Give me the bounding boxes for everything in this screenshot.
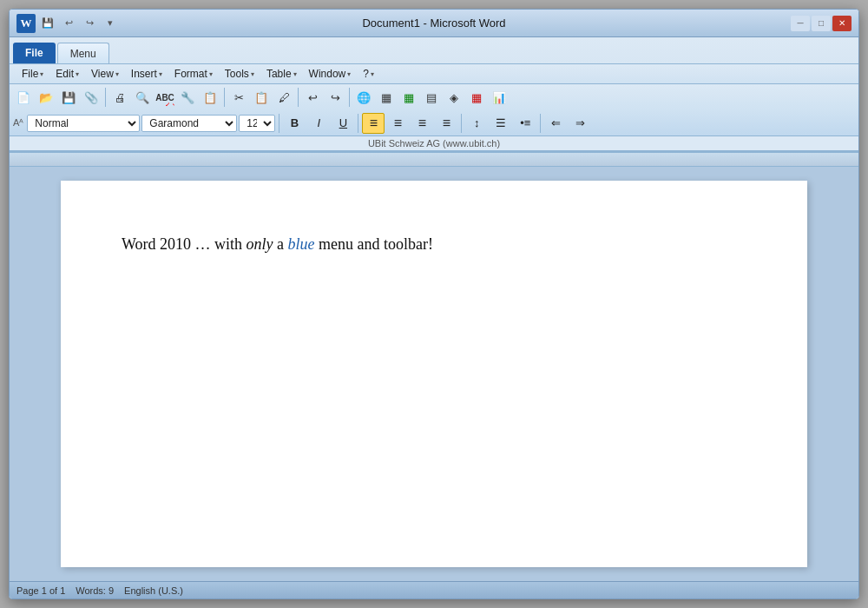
menu-window-arrow: ▾ <box>347 70 351 78</box>
format-separator-1 <box>279 114 279 133</box>
qat-redo-button[interactable]: ↪ <box>81 15 98 32</box>
toolbar-separator-3 <box>298 88 299 107</box>
status-page: Page 1 of 1 <box>16 585 65 596</box>
menu-tools[interactable]: Tools ▾ <box>220 66 260 82</box>
menu-view[interactable]: View ▾ <box>86 66 124 82</box>
attribution-text: UBit Schweiz AG (www.ubit.ch) <box>368 138 500 149</box>
word-window: W 💾 ↩ ↪ ▾ Document1 - Microsoft Word ─ □… <box>9 9 859 599</box>
toolbar-separator-2 <box>224 88 225 107</box>
ribbon: File Menu File ▾ Edit ▾ View ▾ Insert ▾ … <box>10 37 858 153</box>
window-controls: ─ □ ✕ <box>791 16 852 31</box>
tb-new-button[interactable]: 📄 <box>13 87 34 108</box>
tb-attach-button[interactable]: 📎 <box>81 87 102 108</box>
toolbar-row-1: 📄 📂 💾 📎 🖨 🔍 ABC 🔧 📋 ✂ 📋 🖊 ↩ ↪ 🌐 ▦ ▦ ▤ ◈ … <box>10 84 858 110</box>
close-button[interactable]: ✕ <box>832 16 852 31</box>
tb-open-button[interactable]: 📂 <box>36 87 56 108</box>
doc-text-blue-italic: blue <box>288 235 315 253</box>
menu-tools-arrow: ▾ <box>251 70 254 78</box>
menu-edit-arrow: ▾ <box>76 70 79 78</box>
minimize-button[interactable]: ─ <box>791 16 810 31</box>
title-bar-left: W 💾 ↩ ↪ ▾ <box>16 14 119 33</box>
line-spacing-button[interactable]: ↕ <box>465 113 488 134</box>
document-area[interactable]: Word 2010 … with only a blue menu and to… <box>10 167 858 581</box>
tb-redo-button[interactable]: ↪ <box>325 87 345 108</box>
format-toolbar: Aᴬ Normal Garamond 12 B I U ≡ ≡ ≡ ≡ ↕ ☰ … <box>10 110 858 136</box>
doc-text-italic: only <box>247 235 273 253</box>
numbering-button[interactable]: ☰ <box>490 113 512 134</box>
word-icon: W <box>16 14 36 33</box>
tb-print-button[interactable]: 🖨 <box>109 87 130 108</box>
status-bar: Page 1 of 1 Words: 9 English (U.S.) <box>10 581 858 598</box>
style-icon: Aᴬ <box>13 117 23 129</box>
menu-edit[interactable]: Edit ▾ <box>50 66 84 82</box>
font-size-select[interactable]: 12 <box>239 115 275 132</box>
menu-table[interactable]: Table ▾ <box>261 66 302 82</box>
menu-table-arrow: ▾ <box>293 70 297 78</box>
menu-insert-arrow: ▾ <box>159 70 162 78</box>
menu-bar: File ▾ Edit ▾ View ▾ Insert ▾ Format ▾ T… <box>10 63 858 84</box>
qat-dropdown-button[interactable]: ▾ <box>102 15 119 32</box>
tb-research-button[interactable]: 🔧 <box>177 87 198 108</box>
toolbar-separator-1 <box>105 88 106 107</box>
doc-text-3: menu and toolbar! <box>315 235 433 253</box>
window-title: Document1 - Microsoft Word <box>362 17 505 30</box>
toolbar-separator-4 <box>349 88 350 107</box>
tb-chart-button[interactable]: ▦ <box>466 87 487 108</box>
bold-button[interactable]: B <box>283 113 306 134</box>
menu-view-arrow: ▾ <box>115 70 119 78</box>
menu-help-arrow: ▾ <box>371 70 374 78</box>
menu-file[interactable]: File ▾ <box>16 66 49 82</box>
ribbon-tabs: File Menu <box>10 37 858 63</box>
justify-button[interactable]: ≡ <box>435 113 457 134</box>
doc-text-2: a <box>273 235 288 253</box>
qat-save-button[interactable]: 💾 <box>39 15 56 32</box>
status-words: Words: 9 <box>76 585 114 596</box>
tab-menu[interactable]: Menu <box>57 43 109 63</box>
tb-preview-button[interactable]: 🔍 <box>132 87 153 108</box>
menu-insert[interactable]: Insert ▾ <box>126 66 168 82</box>
style-select[interactable]: Normal <box>27 115 140 132</box>
attribution-bar: UBit Schweiz AG (www.ubit.ch) <box>10 136 858 151</box>
tb-paste-button[interactable]: 📋 <box>251 87 272 108</box>
italic-button[interactable]: I <box>307 113 330 134</box>
tb-save-button[interactable]: 💾 <box>58 87 79 108</box>
decrease-indent-button[interactable]: ⇐ <box>544 113 567 134</box>
tb-undo-button[interactable]: ↩ <box>302 87 323 108</box>
tb-spellcheck-button[interactable]: ABC <box>155 87 175 108</box>
increase-indent-button[interactable]: ⇒ <box>569 113 591 134</box>
tab-file[interactable]: File <box>13 43 56 63</box>
tb-cut-button[interactable]: ✂ <box>228 87 249 108</box>
format-separator-2 <box>358 114 358 133</box>
document-content[interactable]: Word 2010 … with only a blue menu and to… <box>122 233 746 256</box>
format-separator-4 <box>540 114 541 133</box>
menu-file-arrow: ▾ <box>40 70 43 78</box>
tb-hyperlink-button[interactable]: 🌐 <box>353 87 374 108</box>
menu-window[interactable]: Window ▾ <box>304 66 357 82</box>
bullets-button[interactable]: •≡ <box>514 113 536 134</box>
menu-format-arrow: ▾ <box>209 70 213 78</box>
align-center-button[interactable]: ≡ <box>386 113 409 134</box>
menu-format[interactable]: Format ▾ <box>169 66 218 82</box>
tb-columns-button[interactable]: ▤ <box>421 87 442 108</box>
font-select[interactable]: Garamond <box>141 115 237 132</box>
align-right-button[interactable]: ≡ <box>411 113 433 134</box>
format-separator-3 <box>461 114 462 133</box>
document-page: Word 2010 … with only a blue menu and to… <box>61 181 807 567</box>
ruler <box>10 153 858 167</box>
align-left-button[interactable]: ≡ <box>362 113 385 134</box>
underline-button[interactable]: U <box>332 113 354 134</box>
tb-table-button[interactable]: ▦ <box>376 87 397 108</box>
menu-help[interactable]: ? ▾ <box>358 66 379 82</box>
tb-copy-button[interactable]: 📋 <box>200 87 220 108</box>
tb-format-painter-button[interactable]: 🖊 <box>273 87 294 108</box>
status-lang: English (U.S.) <box>124 585 183 596</box>
title-bar: W 💾 ↩ ↪ ▾ Document1 - Microsoft Word ─ □… <box>10 10 858 37</box>
tb-excel-button[interactable]: ▦ <box>398 87 419 108</box>
doc-text-1: Word 2010 … with <box>122 235 247 253</box>
tb-smartart-button[interactable]: 📊 <box>489 87 510 108</box>
qat-undo-button[interactable]: ↩ <box>60 15 77 32</box>
tb-drawing-button[interactable]: ◈ <box>444 87 464 108</box>
maximize-button[interactable]: □ <box>812 16 831 31</box>
